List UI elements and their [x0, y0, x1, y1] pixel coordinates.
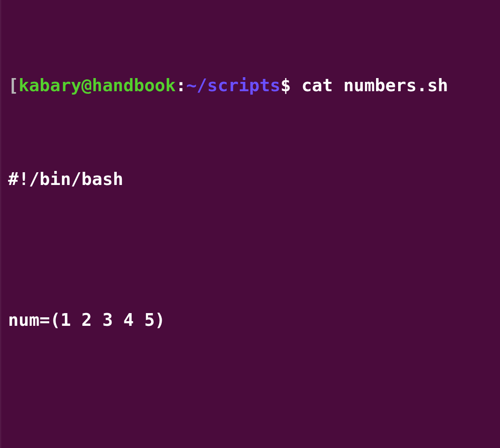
file-line-2: [8, 238, 496, 261]
file-line-1: #!/bin/bash: [8, 168, 496, 191]
command-1: [291, 75, 302, 95]
file-line-3: num=(1 2 3 4 5): [8, 308, 496, 332]
prompt-user-host: kabary@handbook: [19, 75, 176, 95]
terminal-window[interactable]: [kabary@handbook:~/scripts$ cat numbers.…: [0, 0, 500, 448]
file-line-4: [8, 379, 496, 403]
prompt-path: ~/scripts: [186, 75, 281, 95]
prompt-colon: :: [176, 75, 186, 95]
prompt-dollar: $: [281, 75, 291, 95]
prompt-line-1: [kabary@handbook:~/scripts$ cat numbers.…: [8, 74, 496, 97]
bracket-open: [: [8, 75, 19, 95]
command-1-text: cat numbers.sh: [301, 75, 448, 95]
